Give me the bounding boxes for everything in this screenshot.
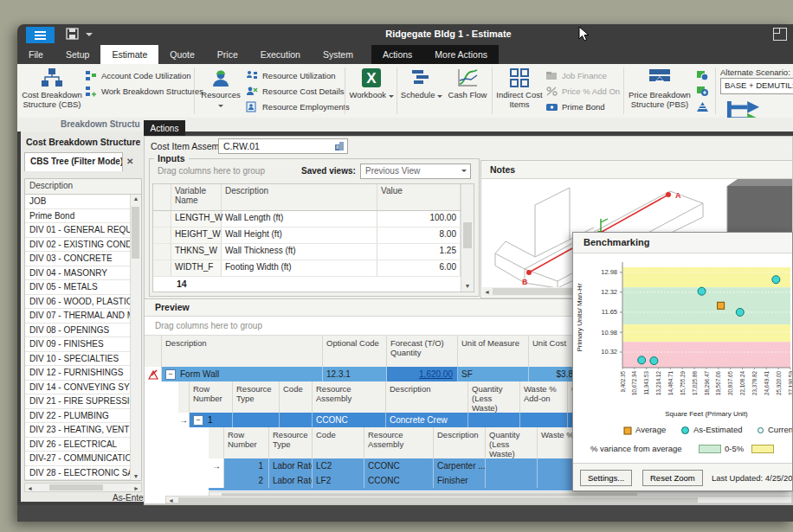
col-optional-code[interactable]: Optional Code <box>323 336 387 367</box>
scroll-left-icon[interactable]: ◄ <box>168 497 174 504</box>
window-layout-icon[interactable] <box>773 28 787 41</box>
settings-button[interactable]: Settings... <box>580 470 632 486</box>
pbs-tool-1[interactable] <box>696 67 713 83</box>
scrollbar-thumb[interactable] <box>463 222 472 248</box>
input-row[interactable]: WIDTH_F Footing Width (ft) 6.00 <box>153 260 474 277</box>
scrollbar-thumb[interactable] <box>49 484 103 490</box>
col-description[interactable]: Description <box>162 336 323 367</box>
assembly-lookup-icon[interactable] <box>334 141 345 153</box>
pbs-tool-3[interactable] <box>696 99 713 114</box>
sidebar-horizontal-scrollbar[interactable]: ◄ ► <box>24 483 142 492</box>
cash-flow-button[interactable]: Cash Flow <box>445 66 490 99</box>
cbs-tree-row[interactable]: DIV 10 - SPECIALTIES <box>25 352 131 367</box>
tab-close-icon[interactable]: ✕ <box>126 157 133 166</box>
col-row-number[interactable]: Row Number <box>190 381 233 413</box>
scroll-down-icon[interactable]: ▼ <box>131 472 141 480</box>
cost-item-assembly-input[interactable]: C.RW.01 <box>218 138 348 154</box>
cbs-tree-row[interactable]: DIV 23 - HEATING, VENTILA... <box>25 423 131 438</box>
col-code[interactable]: Code <box>313 427 364 458</box>
col-resource-type[interactable]: Resource Type <box>233 381 280 413</box>
col-row-number[interactable]: Row Number <box>224 427 269 458</box>
col-description[interactable]: Description <box>386 381 468 413</box>
col-resource-assembly[interactable]: Resource Assembly <box>364 427 434 458</box>
col-variable-name[interactable]: Variable Name <box>171 184 222 210</box>
cbs-tree-row[interactable]: DIV 26 - ELECTRICAL <box>25 438 131 452</box>
preview-horizontal-scrollbar[interactable]: ◄ <box>165 496 792 503</box>
scrollbar-thumb[interactable] <box>132 207 139 259</box>
account-code-utilization-item[interactable]: Account Code Utilization <box>85 67 192 83</box>
cbs-tree-row[interactable]: DIV 28 - ELECTRONIC SAFET... <box>25 466 131 481</box>
menu-system[interactable]: System <box>312 45 364 64</box>
cbs-tree-row[interactable]: DIV 03 - CONCRETE <box>25 252 131 266</box>
col-code[interactable]: Code <box>280 381 313 413</box>
cbs-tree-row[interactable]: JOB <box>25 195 131 209</box>
menu-actions[interactable]: Actions <box>371 45 423 64</box>
input-row[interactable]: LENGTH_W Wall Length (ft) 100.00 <box>153 211 474 228</box>
resource-employments-item[interactable]: Resource Employments <box>246 99 343 114</box>
resource-cost-details-item[interactable]: Resource Cost Details <box>246 83 343 99</box>
input-row[interactable]: THKNS_W Wall Thickness (ft) 1.25 <box>153 244 474 260</box>
prime-bond-item[interactable]: Prime Bond <box>545 99 622 114</box>
collapse-expander[interactable]: − <box>193 415 203 426</box>
cbs-button[interactable]: Cost Breakdown Structure (CBS) <box>21 66 83 109</box>
alternate-scenario-select[interactable]: BASE + DEMUTIL: Dem... <box>720 78 793 94</box>
menu-estimate[interactable]: Estimate <box>100 45 158 64</box>
cbs-tree-row[interactable]: DIV 07 - THERMAL AND MOI... <box>25 309 131 324</box>
menu-execution[interactable]: Execution <box>249 45 312 64</box>
cbs-tree-row[interactable]: DIV 08 - OPENINGS <box>25 324 131 338</box>
cbs-tree-row[interactable]: DIV 06 - WOOD, PLASTICS &... <box>25 295 131 310</box>
pbs-button[interactable]: Price Breakdown Structure (PBS) <box>627 66 693 109</box>
col-waste[interactable]: Waste % Add-on <box>520 381 568 413</box>
col-quantity[interactable]: Quantity (Less Waste) <box>468 381 520 413</box>
col-resource-type[interactable]: Resource Type <box>269 427 313 458</box>
cbs-description-column-header[interactable]: Description <box>25 179 141 195</box>
scroll-up-icon[interactable]: ▲ <box>131 195 141 202</box>
resources-button[interactable]: Resources <box>197 66 244 109</box>
save-dropdown-caret[interactable] <box>86 33 93 36</box>
cbs-tree-row[interactable]: DIV 22 - PLUMBING <box>25 409 131 424</box>
indirect-cost-items-button[interactable]: Indirect Cost Items <box>495 66 544 109</box>
scroll-down-icon[interactable]: ▼ <box>461 282 474 290</box>
cbs-tree-row[interactable]: DIV 02 - EXISTING CONDITI... <box>25 238 131 253</box>
workbook-button[interactable]: X Workbook <box>348 66 395 99</box>
reset-zoom-button[interactable]: Reset Zoom <box>642 470 703 486</box>
menu-more-actions[interactable]: More Actions <box>423 45 499 64</box>
hamburger-menu-button[interactable] <box>26 27 55 43</box>
cbs-tree-row[interactable]: DIV 01 - GENERAL REQUIRE... <box>25 223 131 238</box>
scroll-right-icon[interactable]: ► <box>133 484 139 492</box>
cbs-tree-row[interactable]: DIV 05 - METALS <box>25 280 131 295</box>
sidebar-vertical-scrollbar[interactable]: ▲ ▼ <box>130 195 141 480</box>
col-unit-of-measure[interactable]: Unit of Measure <box>458 336 529 367</box>
forecast-qty-link[interactable]: 1,620.00 <box>419 369 453 379</box>
scroll-left-icon[interactable]: ◄ <box>484 288 490 296</box>
cbs-tree-row[interactable]: DIV 12 - FURNISHINGS <box>25 366 131 381</box>
cbs-tree-row[interactable]: DIV 14 - CONVEYING SYSTEMS <box>25 381 131 395</box>
benchmarking-scatter-chart[interactable]: 12.9812.3211.6510.9810.329,402.3510,672.… <box>573 255 793 421</box>
cbs-tree-tab[interactable]: CBS Tree (Filter Mode) <box>24 152 123 171</box>
col-value[interactable]: Value <box>377 184 461 210</box>
actions-tab[interactable]: Actions <box>144 120 185 136</box>
menu-price[interactable]: Price <box>206 45 249 64</box>
cbs-tree-row[interactable]: Prime Bond <box>25 209 131 224</box>
work-breakdown-structures-item[interactable]: Work Breakdown Structures <box>85 83 192 99</box>
cbs-tree-row[interactable]: DIV-27 - COMMUNICATIONS <box>25 452 131 466</box>
menu-setup[interactable]: Setup <box>55 45 100 64</box>
scroll-left-icon[interactable]: ◄ <box>27 484 33 492</box>
scrollbar-thumb[interactable] <box>178 497 698 503</box>
inputs-vertical-scrollbar[interactable]: ▼ <box>461 184 474 292</box>
resource-utilization-item[interactable]: Resource Utilization <box>246 67 343 83</box>
cbs-tree-row[interactable]: DIV 04 - MASONRY <box>25 266 131 281</box>
menu-quote[interactable]: Quote <box>158 45 206 64</box>
cbs-tree-row[interactable]: DIV 09 - FINISHES <box>25 337 131 352</box>
pbs-tool-2[interactable] <box>696 83 713 99</box>
input-row[interactable]: HEIGHT_W Wall Height (ft) 8.00 <box>153 228 474 244</box>
save-button[interactable] <box>66 28 80 41</box>
menu-file[interactable]: File <box>17 45 55 64</box>
col-description[interactable]: Description <box>222 184 377 210</box>
col-forecast-qty[interactable]: Forecast (T/O) Quantity <box>387 336 458 367</box>
collapse-expander[interactable]: − <box>165 369 176 380</box>
col-resource-assembly[interactable]: Resource Assembly <box>313 381 386 413</box>
col-description[interactable]: Description <box>434 427 486 458</box>
col-quantity[interactable]: Quantity (Less Waste) <box>486 427 538 458</box>
schedule-button[interactable]: Schedule <box>400 66 443 99</box>
